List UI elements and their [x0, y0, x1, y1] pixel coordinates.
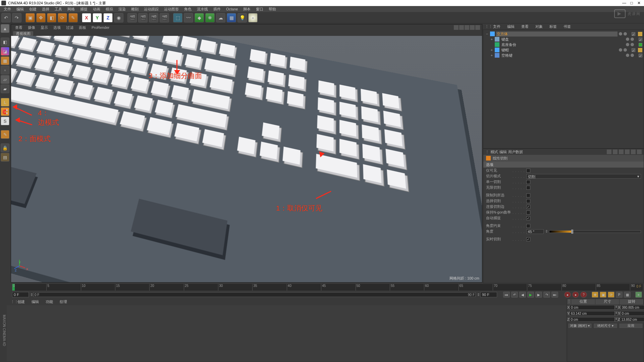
- key-param-button[interactable]: P: [616, 292, 623, 298]
- frame-start-input[interactable]: [12, 292, 29, 297]
- prev-frame-button[interactable]: ◀: [519, 292, 526, 298]
- frame-end-input[interactable]: [480, 292, 497, 297]
- checkbox[interactable]: [526, 199, 530, 203]
- checkbox[interactable]: [526, 180, 530, 184]
- generator-button[interactable]: ◆: [195, 13, 204, 22]
- objtab-查看[interactable]: 查看: [519, 24, 531, 29]
- coord-input[interactable]: [570, 305, 615, 310]
- key-pla-button[interactable]: ▦: [624, 292, 631, 298]
- axis-z-toggle[interactable]: Z: [103, 13, 113, 22]
- attr-nav-icon[interactable]: [607, 149, 611, 154]
- timeline-range-slider[interactable]: 0 F 90 F: [34, 292, 476, 297]
- checkbox[interactable]: [526, 224, 530, 228]
- workplane-button[interactable]: S: [1, 117, 9, 125]
- maximize-button[interactable]: □: [628, 1, 635, 5]
- menu-渲染[interactable]: 渲染: [116, 7, 128, 12]
- number-input[interactable]: 45 °: [526, 229, 544, 234]
- viewport-tab[interactable]: 透视视图: [13, 31, 33, 36]
- environment-button[interactable]: ☁: [216, 13, 225, 22]
- menu-Octane[interactable]: Octane: [224, 7, 240, 11]
- make-editable-button[interactable]: ▲: [1, 24, 9, 33]
- menu-运动跟踪[interactable]: 运动跟踪: [142, 7, 161, 12]
- scale-tool[interactable]: ◧: [47, 13, 56, 22]
- prev-key-button[interactable]: ↶: [511, 292, 518, 298]
- menu-创建[interactable]: 创建: [27, 7, 39, 12]
- checkbox[interactable]: [526, 169, 530, 173]
- checkbox[interactable]: [526, 210, 530, 215]
- record-button[interactable]: ●: [564, 292, 571, 298]
- object-row[interactable]: + 键盘 ✓: [484, 37, 643, 42]
- menu-模拟[interactable]: 模拟: [103, 7, 115, 12]
- menu-捕捉[interactable]: 捕捉: [78, 7, 90, 12]
- deformer-button[interactable]: ❋: [205, 13, 215, 22]
- goto-end-button[interactable]: ⏭: [551, 292, 558, 298]
- viewport-icon[interactable]: [475, 25, 480, 30]
- recent-tool[interactable]: ✎: [68, 13, 78, 22]
- checkbox[interactable]: ✓: [526, 216, 530, 220]
- menu-流水线[interactable]: 流水线: [195, 7, 210, 12]
- workplane-mode-button[interactable]: ▦: [1, 56, 9, 65]
- menu-网格[interactable]: 网格: [65, 7, 77, 12]
- objtab-标签[interactable]: 标签: [547, 24, 559, 29]
- object-row[interactable]: + 键帽 ✓: [484, 47, 643, 53]
- key-scale-button[interactable]: ▣: [600, 292, 606, 298]
- vpmenu-过滤[interactable]: 过滤: [64, 25, 75, 30]
- keyframe-button[interactable]: ?: [580, 292, 587, 298]
- play-button[interactable]: ▶: [527, 292, 534, 298]
- object-row[interactable]: + 空格键 ✓: [484, 53, 643, 58]
- point-mode-button[interactable]: ▫: [1, 66, 9, 74]
- menu-脚本[interactable]: 脚本: [241, 7, 253, 12]
- next-frame-button[interactable]: ▶: [535, 292, 542, 298]
- objtab-文件[interactable]: 文件: [490, 24, 503, 29]
- next-key-button[interactable]: ↷: [543, 292, 550, 298]
- axis-y-toggle[interactable]: Y: [93, 13, 102, 22]
- render-view-button[interactable]: 🎬: [127, 13, 137, 22]
- viewport-solo-button[interactable]: 🔒: [1, 143, 9, 152]
- menu-工具[interactable]: 工具: [52, 7, 64, 12]
- slider[interactable]: [549, 230, 641, 233]
- light-button-2[interactable]: ●: [248, 13, 258, 22]
- texture-mode-button[interactable]: ◪: [1, 47, 9, 56]
- vpmenu-查看[interactable]: 查看: [13, 25, 24, 30]
- coord-foot-button[interactable]: 对象 (相对) ▾: [568, 323, 592, 328]
- mattab-创建[interactable]: 创建: [15, 299, 28, 304]
- menu-角色[interactable]: 角色: [182, 7, 194, 12]
- viewport-icon[interactable]: [465, 25, 469, 30]
- checkbox[interactable]: ✓: [526, 205, 530, 209]
- menu-编辑[interactable]: 编辑: [14, 7, 26, 12]
- minimize-button[interactable]: —: [621, 1, 628, 5]
- object-row[interactable]: 底座备份: [484, 42, 643, 47]
- key-pos-button[interactable]: ✥: [592, 292, 598, 298]
- objtab-对象[interactable]: 对象: [533, 24, 545, 29]
- vpmenu-选项[interactable]: 选项: [51, 25, 63, 30]
- camera-button[interactable]: ▦: [227, 13, 236, 22]
- model-mode-button[interactable]: ◧: [1, 38, 9, 46]
- coord-input[interactable]: [570, 311, 615, 316]
- select-tool[interactable]: ▣: [25, 13, 35, 22]
- objtab-编辑[interactable]: 编辑: [504, 24, 517, 29]
- objtab-书签[interactable]: 书签: [561, 24, 574, 29]
- undo-button[interactable]: ↶: [1, 13, 11, 22]
- vpmenu-ProRender[interactable]: ProRender: [90, 25, 111, 29]
- viewport-button[interactable]: ▤: [1, 153, 9, 162]
- object-manager[interactable]: − 立方体 ✓ + 键盘 ✓ 底座备份 + 键帽 ✓ + 空格键 ✓: [483, 29, 644, 148]
- attr-nav-icon[interactable]: [619, 149, 624, 154]
- attrtab-模式[interactable]: 模式: [491, 149, 498, 155]
- primitive-button[interactable]: ⬚: [173, 13, 182, 22]
- enable-snap-button[interactable]: 🧲: [1, 107, 9, 116]
- menu-动画[interactable]: 动画: [91, 7, 103, 12]
- coord-input[interactable]: [620, 317, 644, 322]
- timeline-ruler[interactable]: 0510152025303540455055606570758085900 F: [12, 284, 643, 291]
- vpmenu-显示[interactable]: 显示: [39, 25, 50, 30]
- rotate-tool[interactable]: ⟳: [58, 13, 67, 22]
- close-button[interactable]: ✕: [635, 1, 643, 5]
- attr-nav-icon[interactable]: [637, 149, 642, 154]
- render-region-button[interactable]: 🎬: [138, 13, 148, 22]
- coord-input[interactable]: [621, 311, 644, 316]
- viewport-icon[interactable]: [459, 25, 464, 30]
- object-row[interactable]: − 立方体 ✓: [484, 31, 643, 37]
- vpmenu-面板[interactable]: 面板: [77, 25, 88, 30]
- menu-雕刻[interactable]: 雕刻: [129, 7, 141, 12]
- soft-select-button[interactable]: ✎: [1, 130, 9, 139]
- render-settings-button[interactable]: 🎬: [149, 13, 158, 22]
